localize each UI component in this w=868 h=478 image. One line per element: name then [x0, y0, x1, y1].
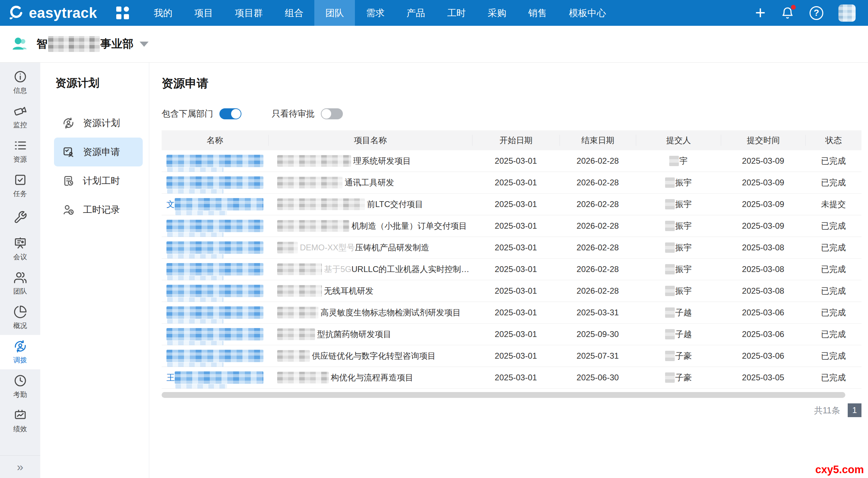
- blurred-project-prefix: [277, 285, 322, 297]
- blurred-name-link[interactable]: [166, 155, 263, 167]
- page-1-button[interactable]: 1: [848, 403, 861, 417]
- notifications-bell-icon[interactable]: [781, 6, 794, 20]
- rail-item-绩效[interactable]: 绩效: [0, 404, 40, 438]
- rail-item-考勤[interactable]: 考勤: [0, 369, 40, 404]
- add-plus-icon[interactable]: +: [755, 6, 766, 20]
- sidebar-item-计划工时[interactable]: 计划工时: [54, 166, 143, 195]
- rail-item-监控[interactable]: 监控: [0, 100, 40, 134]
- submit-time-cell: 2025-03-09: [721, 178, 805, 187]
- rail-item-wrench-icon[interactable]: [0, 203, 40, 232]
- toggle-group: 包含下属部门: [162, 108, 241, 119]
- rail-item-资源[interactable]: 资源: [0, 134, 40, 169]
- project-name-text: 无线耳机研发: [324, 285, 373, 296]
- project-faint-text: 基于5G: [324, 264, 351, 275]
- rail-item-概况[interactable]: 概况: [0, 301, 40, 335]
- toggle-switch[interactable]: [219, 108, 241, 119]
- nav-item-0[interactable]: 我的: [143, 0, 183, 26]
- blurred-project-prefix: [277, 307, 318, 318]
- blurred-name-link[interactable]: [166, 306, 263, 319]
- filter-toggles: 包含下属部门只看待审批: [162, 108, 868, 119]
- toggle-group: 只看待审批: [272, 108, 343, 119]
- blurred-name-link[interactable]: [166, 241, 263, 254]
- horizontal-scrollbar-thumb[interactable]: [162, 392, 845, 398]
- project-name-cell: 基于5G URLLC的工业机器人实时控制技术...: [268, 263, 472, 275]
- info-icon: [13, 70, 27, 84]
- pagination: 共11条 1: [162, 403, 861, 417]
- start-date-cell: 2025-03-01: [472, 199, 560, 209]
- nav-item-2[interactable]: 项目群: [224, 0, 274, 26]
- status-cell: 已完成: [805, 155, 861, 166]
- blurred-name-link[interactable]: [166, 350, 263, 362]
- navbar-actions: + ?: [755, 0, 868, 26]
- blurred-name-link[interactable]: [166, 263, 263, 275]
- blurred-name-link[interactable]: [166, 220, 263, 232]
- sidebar-item-资源计划[interactable]: 资源计划: [54, 109, 143, 138]
- blurred-name-link[interactable]: [175, 371, 263, 384]
- blurred-project-prefix: [277, 220, 349, 232]
- help-icon[interactable]: ?: [810, 6, 823, 20]
- top-navbar: easytrack 我的项目项目群组合团队需求产品工时采购销售模板中心 + ?: [0, 0, 868, 26]
- nav-item-4[interactable]: 团队: [314, 0, 355, 26]
- name-cell: [162, 176, 268, 189]
- submitter-cell: 振宇: [636, 285, 721, 296]
- chevron-down-icon: [140, 42, 149, 47]
- page-title: 资源申请: [162, 76, 868, 91]
- end-date-cell: 2025-03-31: [560, 308, 636, 317]
- toggle-switch[interactable]: [321, 108, 343, 119]
- start-date-cell: 2025-03-01: [472, 221, 560, 231]
- name-cell: [162, 285, 268, 297]
- overview-pie-icon: [13, 305, 27, 319]
- table-row: 基于5G URLLC的工业机器人实时控制技术...2025-03-012026-…: [162, 259, 861, 280]
- rail-item-label: 资源: [13, 155, 27, 164]
- status-cell: 已完成: [805, 242, 861, 253]
- nav-item-1[interactable]: 项目: [183, 0, 224, 26]
- toggle-knob: [231, 109, 241, 119]
- monitor-camera-icon: [13, 104, 27, 118]
- project-name-cell: DEMO-XX型号压铸机产品研发制造: [268, 242, 472, 253]
- sidebar-item-资源申请[interactable]: 资源申请: [54, 138, 143, 166]
- sidebar-item-工时记录[interactable]: 工时记录: [54, 195, 143, 224]
- submitter-cell: 子豪: [636, 372, 721, 383]
- end-date-cell: 2026-02-28: [560, 199, 636, 209]
- status-cell: 已完成: [805, 285, 861, 296]
- blurred-project-prefix: [277, 350, 310, 362]
- blurred-name-link[interactable]: [166, 285, 263, 297]
- blurred-name-link[interactable]: [166, 328, 263, 340]
- team-users-icon: [13, 271, 27, 284]
- project-name-text: 通讯工具研发: [345, 177, 394, 188]
- end-date-cell: 2025-07-31: [560, 351, 636, 361]
- blurred-submitter-prefix: [665, 264, 675, 274]
- project-name-text: 构优化与流程再造项目: [331, 372, 413, 383]
- submit-time-cell: 2025-03-08: [721, 264, 805, 274]
- start-date-cell: 2025-03-01: [472, 351, 560, 361]
- submitter-cell: 振宇: [636, 242, 721, 253]
- blurred-name-link[interactable]: [166, 176, 263, 189]
- rail-item-团队[interactable]: 团队: [0, 266, 40, 301]
- nav-item-7[interactable]: 工时: [436, 0, 477, 26]
- rail-item-信息[interactable]: 信息: [0, 65, 40, 100]
- department-suffix: 事业部: [100, 36, 133, 52]
- user-avatar[interactable]: [838, 4, 856, 22]
- nav-item-9[interactable]: 销售: [517, 0, 558, 26]
- brand[interactable]: easytrack: [0, 0, 106, 26]
- project-name-text: 机制造（小批量）订单交付项目: [351, 220, 467, 231]
- project-name-text: 理系统研发项目: [353, 155, 411, 166]
- nav-item-5[interactable]: 需求: [355, 0, 395, 26]
- table-row: 王构优化与流程再造项目2025-03-012025-06-30子豪2025-03…: [162, 367, 861, 389]
- collapse-rail-button[interactable]: »: [0, 455, 40, 478]
- nav-item-3[interactable]: 组合: [274, 0, 314, 26]
- department-selector[interactable]: 智 事业部: [36, 36, 149, 52]
- rail-item-会议[interactable]: 会议: [0, 232, 40, 266]
- blurred-name-link[interactable]: [175, 198, 263, 210]
- nav-item-6[interactable]: 产品: [395, 0, 436, 26]
- rail-item-调拨[interactable]: 调拨: [0, 335, 40, 369]
- submitter-cell: 宇: [636, 155, 721, 166]
- org-people-icon: [10, 35, 29, 53]
- end-date-cell: 2025-06-30: [560, 373, 636, 382]
- submit-time-cell: 2025-03-08: [721, 243, 805, 252]
- nav-item-8[interactable]: 采购: [477, 0, 517, 26]
- column-header-项目名称: 项目名称: [268, 135, 472, 146]
- apps-grid-icon[interactable]: [116, 7, 129, 19]
- nav-item-10[interactable]: 模板中心: [558, 0, 617, 26]
- rail-item-任务[interactable]: 任务: [0, 169, 40, 203]
